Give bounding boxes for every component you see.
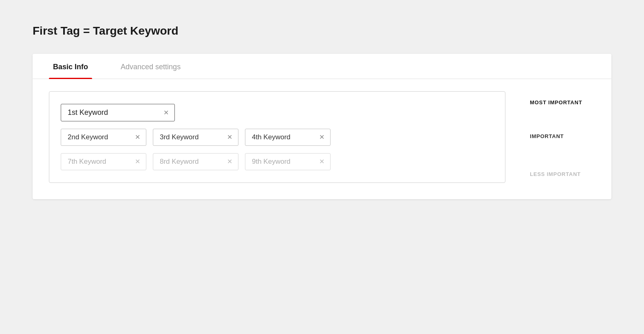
keyword-tag-primary-1[interactable]: 1st Keyword ✕ [61,104,175,121]
label-important: IMPORTANT [530,133,595,139]
keyword-tag-text: 1st Keyword [68,108,158,117]
label-most-important: MOST IMPORTANT [530,99,595,105]
tab-basic-info[interactable]: Basic Info [49,54,92,79]
keyword-tag-text: 7th Keyword [68,158,129,166]
primary-keyword-row: 1st Keyword ✕ [61,104,494,121]
keyword-tag-text: 2nd Keyword [68,133,129,141]
label-less-important: LESS IMPORTANT [530,171,595,177]
tabs-bar: Basic Info Advanced settings [33,54,611,79]
close-icon[interactable]: ✕ [319,134,324,141]
keyword-tag-text: 4th Keyword [252,133,313,141]
keywords-box: 1st Keyword ✕ 2nd Keyword ✕ 3rd Keyword … [49,91,505,183]
secondary-keyword-row: 2nd Keyword ✕ 3rd Keyword ✕ 4th Keyword … [61,129,494,146]
close-icon[interactable]: ✕ [319,158,324,165]
keyword-tag-text: 9th Keyword [252,158,313,166]
close-icon[interactable]: ✕ [135,158,140,165]
keyword-tag-secondary-3[interactable]: 4th Keyword ✕ [245,129,331,146]
tertiary-keyword-row: 7th Keyword ✕ 8rd Keyword ✕ 9th Keyword … [61,153,494,170]
keywords-section: 1st Keyword ✕ 2nd Keyword ✕ 3rd Keyword … [49,91,505,183]
card-body: 1st Keyword ✕ 2nd Keyword ✕ 3rd Keyword … [33,79,611,199]
page-wrapper: First Tag = Target Keyword Basic Info Ad… [33,24,611,199]
keyword-tag-tertiary-3[interactable]: 9th Keyword ✕ [245,153,331,170]
close-icon[interactable]: ✕ [227,134,232,141]
keyword-tag-tertiary-1[interactable]: 7th Keyword ✕ [61,153,146,170]
main-card: Basic Info Advanced settings 1st Keyword… [33,54,611,199]
close-icon[interactable]: ✕ [135,134,140,141]
keyword-tag-secondary-2[interactable]: 3rd Keyword ✕ [153,129,238,146]
importance-labels: MOST IMPORTANT IMPORTANT LESS IMPORTANT [530,91,595,177]
close-icon[interactable]: ✕ [163,110,169,116]
keyword-tag-secondary-1[interactable]: 2nd Keyword ✕ [61,129,146,146]
page-title: First Tag = Target Keyword [33,24,611,37]
keyword-tag-tertiary-2[interactable]: 8rd Keyword ✕ [153,153,238,170]
tab-advanced-settings[interactable]: Advanced settings [117,54,185,79]
keyword-tag-text: 8rd Keyword [160,158,221,166]
close-icon[interactable]: ✕ [227,158,232,165]
keyword-tag-text: 3rd Keyword [160,133,221,141]
